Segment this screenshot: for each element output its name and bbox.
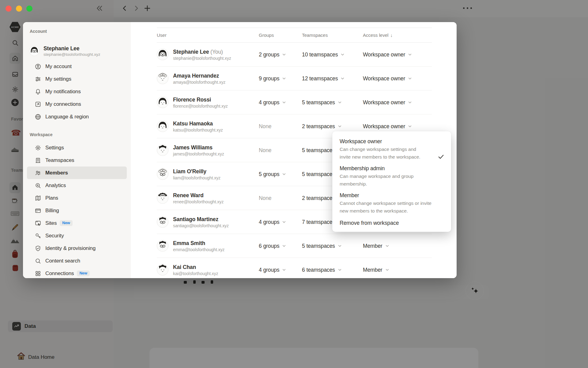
member-name: Kai Chan	[173, 263, 218, 270]
member-name: Stephanie Lee (You)	[173, 48, 231, 55]
window-controls	[6, 6, 32, 12]
groups-dropdown[interactable]: 9 groups	[259, 75, 286, 82]
sidebar-item-label: Connections	[45, 270, 74, 277]
sidebar-item-security[interactable]: Security	[27, 229, 127, 242]
sidebar-item-my-settings[interactable]: My settings	[27, 73, 127, 85]
chevron-down-icon	[282, 268, 286, 272]
sidebar-item-my-connections[interactable]: My connections	[27, 98, 127, 110]
avatar	[157, 264, 168, 276]
access-level-dropdown[interactable]: Workspace owner	[363, 99, 412, 105]
access-level-dropdown[interactable]: Member	[363, 243, 389, 249]
groups-dropdown[interactable]: 2 groups	[259, 51, 286, 58]
magnifier-plus-icon	[35, 182, 41, 189]
chevron-down-icon	[282, 220, 286, 224]
chevron-down-icon	[341, 76, 345, 80]
member-email: emma@toolsforthought.xyz	[173, 247, 224, 252]
teamspaces-dropdown[interactable]: 10 teamspaces	[302, 51, 345, 58]
check-icon	[438, 153, 444, 161]
groups-dropdown[interactable]: None	[259, 123, 271, 129]
chevron-down-icon	[408, 76, 412, 80]
member-row: Stephanie Lee (You) stephanie@toolsforth…	[157, 43, 432, 67]
teamspaces-dropdown[interactable]: 5 teamspaces	[302, 243, 342, 249]
option-description: Cannot change workspace settings or invi…	[340, 199, 432, 215]
groups-dropdown[interactable]: 4 groups	[259, 266, 286, 273]
sidebar-item-teamspaces[interactable]: Teamspaces	[27, 154, 127, 167]
sidebar-item-label: Security	[45, 233, 64, 239]
card-icon	[35, 207, 41, 214]
column-header-access-level[interactable]: Access level ↓	[363, 28, 393, 42]
member-email: james@toolsforthought.xyz	[173, 151, 224, 156]
column-header-user[interactable]: User	[157, 28, 167, 42]
chevron-down-icon	[338, 268, 342, 272]
chevron-down-icon	[408, 124, 412, 128]
member-name: Katsu Hamaoka	[173, 120, 223, 127]
avatar	[157, 192, 168, 204]
groups-dropdown[interactable]: None	[259, 147, 271, 153]
teamspaces-dropdown[interactable]: 2 teamspaces	[302, 123, 342, 129]
sidebar-item-plans[interactable]: Plans	[27, 192, 127, 204]
groups-dropdown[interactable]: 4 groups	[259, 219, 286, 225]
key-icon	[35, 232, 41, 239]
zoom-window-button[interactable]	[26, 6, 32, 12]
sidebar-item-label: Language & region	[45, 114, 89, 120]
menu-item-workspace-owner[interactable]: Workspace owner Can change workspace set…	[332, 136, 451, 163]
teamspaces-dropdown[interactable]: 5 teamspaces	[302, 99, 342, 105]
groups-dropdown[interactable]: None	[259, 195, 271, 201]
column-header-teamspaces[interactable]: Teamspaces	[302, 28, 328, 42]
sidebar-item-identity-provisioning[interactable]: Identity & provisioning	[27, 242, 127, 255]
browser-cursor-icon	[35, 220, 41, 227]
chevron-down-icon	[338, 244, 342, 248]
new-badge: New	[60, 220, 72, 226]
sidebar-item-my-notifications[interactable]: My notifications	[27, 85, 127, 98]
sidebar-item-connections[interactable]: ConnectionsNew	[27, 267, 127, 278]
sidebar-item-content-search[interactable]: Content search	[27, 255, 127, 267]
access-level-dropdown[interactable]: Workspace owner	[363, 123, 412, 129]
people-icon	[35, 170, 41, 176]
teamspaces-dropdown[interactable]: 12 teamspaces	[302, 75, 345, 82]
sidebar-item-label: Analytics	[45, 182, 66, 189]
member-name: Emma Smith	[173, 240, 224, 247]
column-header-groups[interactable]: Groups	[259, 28, 274, 42]
account-profile[interactable]: Stephanie Lee stephanie@toolsforthought.…	[29, 44, 131, 58]
access-level-dropdown[interactable]: Workspace owner	[363, 51, 412, 58]
option-description: Can manage workspace and group membershi…	[340, 172, 438, 188]
screen: ACME Favorites ☎	[0, 0, 588, 368]
user-cell: Liam O'Reilly liam@toolsforthought.xyz	[157, 168, 221, 180]
menu-item-member[interactable]: Member Cannot change workspace settings …	[332, 190, 451, 217]
sidebar-item-label: Plans	[45, 195, 58, 201]
sidebar-item-label: Members	[45, 170, 68, 176]
member-name: James Williams	[173, 144, 224, 151]
sort-descending-icon: ↓	[390, 33, 393, 38]
access-level-dropdown[interactable]: Workspace owner	[363, 75, 412, 82]
avatar	[157, 49, 168, 60]
menu-item-membership-admin[interactable]: Membership admin Can manage workspace an…	[332, 163, 451, 190]
close-window-button[interactable]	[6, 6, 12, 12]
sidebar-item-analytics[interactable]: Analytics	[27, 179, 127, 192]
access-level-dropdown[interactable]: Member	[363, 266, 389, 273]
option-title: Membership admin	[340, 164, 444, 172]
minimize-window-button[interactable]	[16, 6, 22, 12]
avatar	[157, 216, 168, 228]
menu-item-remove-from-workspace[interactable]: Remove from workspace	[332, 217, 451, 227]
chevron-down-icon	[385, 268, 389, 272]
groups-dropdown[interactable]: 4 groups	[259, 99, 286, 105]
sidebar-item-sites[interactable]: SitesNew	[27, 217, 127, 229]
member-name: Santiago Martinez	[173, 216, 229, 223]
globe-icon	[35, 113, 41, 120]
teamspaces-dropdown[interactable]: 6 teamspaces	[302, 266, 342, 273]
sidebar-item-label: My connections	[45, 101, 81, 107]
sidebar-item-language-region[interactable]: Language & region	[27, 110, 127, 123]
member-row: Florence Rossi florence@toolsforthought.…	[157, 90, 432, 114]
avatar	[157, 73, 168, 84]
sliders-icon	[35, 76, 41, 82]
sidebar-item-billing[interactable]: Billing	[27, 204, 127, 217]
map-icon	[35, 195, 41, 201]
sidebar-item-my-account[interactable]: My account	[27, 60, 127, 73]
sidebar-item-label: Content search	[45, 258, 80, 264]
groups-dropdown[interactable]: 5 groups	[259, 171, 286, 177]
sidebar-item-settings[interactable]: Settings	[27, 141, 127, 154]
groups-dropdown[interactable]: 6 groups	[259, 243, 286, 249]
chevron-down-icon	[338, 100, 342, 104]
option-title: Member	[340, 191, 444, 199]
sidebar-item-members[interactable]: Members	[27, 167, 127, 179]
